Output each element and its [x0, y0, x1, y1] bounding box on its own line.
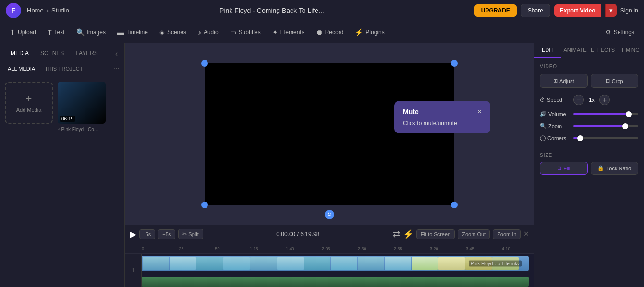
- audio-track[interactable]: [142, 277, 534, 287]
- toolbar-item-upload[interactable]: ⬆ Upload: [5, 25, 41, 39]
- main-layout: MEDIA SCENES LAYERS ‹ ALL MEDIA THIS PRO…: [0, 43, 644, 287]
- media-thumbnail[interactable]: 06:19: [58, 82, 106, 124]
- size-buttons: ⊞ Fill 🔒 Lock Ratio: [540, 162, 638, 175]
- adjust-label: Adjust: [559, 78, 574, 84]
- crop-label: Crop: [612, 78, 623, 84]
- list-item[interactable]: 06:19 ♪ Pink Floyd - Co...: [58, 82, 109, 132]
- mute-tooltip-close-button[interactable]: ×: [477, 108, 482, 116]
- add-media-box[interactable]: + Add Media: [5, 82, 53, 124]
- track-label-1: 1: [125, 254, 142, 287]
- speed-value: 1x: [587, 97, 596, 103]
- resize-handle-top-right[interactable]: [451, 60, 458, 67]
- fit-to-screen-button[interactable]: Fit to Screen: [416, 229, 455, 239]
- ruler-mark: 3:20: [430, 246, 466, 251]
- lock-icon: 🔒: [597, 165, 604, 171]
- crop-button[interactable]: ⊡ Crop: [591, 74, 639, 88]
- share-button[interactable]: Share: [521, 4, 550, 17]
- toolbar-item-timeline[interactable]: ▬ Timeline: [112, 25, 153, 39]
- toolbar-label-elements: Elements: [280, 29, 304, 36]
- video-track[interactable]: Pink Floyd…o Life.mkv: [142, 256, 534, 275]
- toolbar-item-scenes[interactable]: ◈ Scenes: [155, 25, 191, 39]
- video-segment: [358, 257, 384, 270]
- zoom-in-button[interactable]: Zoom In: [493, 229, 521, 239]
- zoom-slider[interactable]: [573, 125, 638, 127]
- sign-in-link[interactable]: Sign In: [620, 7, 638, 14]
- images-icon: 🔍: [76, 28, 85, 36]
- tab-media[interactable]: MEDIA: [5, 47, 35, 60]
- volume-slider-track[interactable]: [573, 113, 638, 115]
- toolbar-item-text[interactable]: T Text: [43, 25, 70, 39]
- tab-effects[interactable]: EFFECTS: [589, 43, 617, 58]
- skip-back-button[interactable]: -5s: [139, 229, 155, 239]
- zoom-slider-track[interactable]: [573, 125, 638, 127]
- lock-ratio-button[interactable]: 🔒 Lock Ratio: [591, 162, 639, 175]
- speed-decrease-button[interactable]: −: [573, 95, 584, 105]
- tab-animate[interactable]: ANIMATE: [561, 43, 589, 58]
- panel-subtabs: ALL MEDIA THIS PROJECT ···: [0, 60, 124, 77]
- audio-icon: ♪: [198, 28, 201, 36]
- export-dropdown-button[interactable]: ▾: [605, 4, 617, 17]
- zoom-slider-thumb[interactable]: [622, 123, 628, 129]
- toolbar-item-record[interactable]: ⏺ Record: [311, 25, 349, 39]
- speed-icon: ⏱: [540, 97, 545, 103]
- skip-forward-button[interactable]: +5s: [158, 229, 175, 239]
- breadcrumb-home[interactable]: Home: [27, 7, 44, 14]
- video-segment: [385, 257, 411, 270]
- tab-edit[interactable]: EDIT: [534, 43, 561, 58]
- fill-icon: ⊞: [557, 165, 561, 171]
- breadcrumb-studio: Studio: [51, 7, 69, 14]
- adjust-button[interactable]: ⊞ Adjust: [540, 74, 588, 88]
- breadcrumb-sep: ›: [47, 7, 49, 14]
- subtab-all-media[interactable]: ALL MEDIA: [5, 64, 38, 73]
- speed-icon-button[interactable]: ⚡: [403, 229, 413, 239]
- resize-handle-bottom-left[interactable]: [201, 202, 208, 208]
- toolbar-item-images[interactable]: 🔍 Images: [72, 25, 110, 39]
- corners-slider-track[interactable]: [573, 137, 638, 139]
- corners-icon: ◯: [540, 135, 546, 141]
- size-section: SIZE ⊞ Fill 🔒 Lock Ratio: [534, 153, 644, 180]
- video-canvas[interactable]: ↻: [205, 63, 454, 205]
- collapse-panel-icon[interactable]: ‹: [113, 48, 120, 60]
- video-segment: [412, 257, 438, 270]
- resize-handle-bottom-right[interactable]: [451, 202, 458, 208]
- toolbar-label-text: Text: [54, 29, 65, 36]
- toolbar-item-subtitles[interactable]: ▭ Subtitles: [225, 25, 266, 39]
- corners-slider-thumb[interactable]: [577, 135, 583, 141]
- tab-scenes[interactable]: SCENES: [35, 47, 70, 60]
- volume-slider[interactable]: [573, 113, 638, 115]
- video-segment: [438, 257, 465, 270]
- video-track-bar[interactable]: Pink Floyd…o Life.mkv: [142, 256, 529, 271]
- toolbar-item-elements[interactable]: ✦ Elements: [267, 25, 309, 39]
- media-panel-content: + Add Media 06:19 ♪ Pink Floyd - Co...: [0, 77, 124, 287]
- speed-increase-button[interactable]: +: [599, 95, 610, 105]
- loop-icon-button[interactable]: ⇄: [393, 229, 400, 239]
- toolbar-item-plugins[interactable]: ⚡ Plugins: [350, 25, 389, 39]
- upgrade-button[interactable]: UPGRADE: [474, 4, 517, 17]
- current-time: 0:00.00: [276, 231, 295, 238]
- video-action-buttons: ⊞ Adjust ⊡ Crop: [540, 74, 638, 88]
- toolbar-item-audio[interactable]: ♪ Audio: [193, 25, 223, 39]
- panel-more-icon[interactable]: ···: [113, 64, 120, 73]
- subtab-this-project[interactable]: THIS PROJECT: [42, 64, 85, 73]
- fill-button[interactable]: ⊞ Fill: [540, 162, 588, 175]
- timeline-close-button[interactable]: ×: [523, 229, 529, 239]
- corners-slider[interactable]: [573, 137, 638, 139]
- audio-waveform-bar: [142, 277, 529, 287]
- play-button[interactable]: ▶: [130, 229, 136, 239]
- size-section-title: SIZE: [540, 153, 638, 158]
- ruler-mark: 2:30: [358, 246, 394, 251]
- subtitles-icon: ▭: [230, 28, 236, 36]
- track-content: Pink Floyd…o Life.mkv: [142, 254, 534, 287]
- rotate-handle[interactable]: ↻: [325, 210, 334, 219]
- tab-layers[interactable]: LAYERS: [70, 47, 103, 60]
- volume-slider-thumb[interactable]: [626, 111, 632, 117]
- canvas-wrapper: ↻ Mute × Click to mute/unmute: [125, 43, 534, 225]
- tab-timing[interactable]: TIMING: [617, 43, 644, 58]
- zoom-out-button[interactable]: Zoom Out: [458, 229, 490, 239]
- export-video-button[interactable]: Export Video: [554, 4, 601, 17]
- split-button[interactable]: ✂ Split: [178, 229, 203, 239]
- resize-handle-top-left[interactable]: [201, 60, 208, 67]
- toolbar-item-settings[interactable]: ⚙ Settings: [600, 25, 639, 39]
- track-filename: Pink Floyd…o Life.mkv: [469, 261, 522, 267]
- add-media-plus-icon: +: [26, 93, 32, 105]
